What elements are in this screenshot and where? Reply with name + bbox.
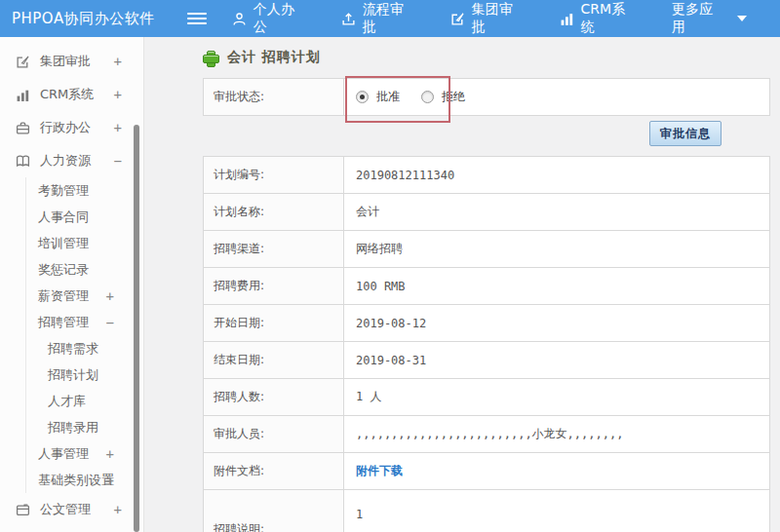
bar-chart-icon xyxy=(560,12,574,26)
document-icon xyxy=(16,503,31,517)
field-value: 1 2 xyxy=(344,490,770,532)
edit-square-icon xyxy=(16,55,31,69)
field-value: 2019-08-31 xyxy=(344,342,770,379)
sidebar-item-base-category[interactable]: 基础类别设置 + xyxy=(25,467,143,493)
nav-label: 个人办公 xyxy=(254,1,308,36)
table-row: 审批人员: ,,,,,,,,,,,,,,,,,,,,,,,,,小龙女,,,,,,… xyxy=(204,416,770,453)
field-label: 审批状态: xyxy=(204,79,344,116)
person-icon xyxy=(232,12,247,26)
hamburger-icon[interactable] xyxy=(187,13,207,24)
field-value: 会计 xyxy=(344,194,770,231)
reject-option[interactable]: 拒绝 xyxy=(421,89,465,105)
nav-workflow-approval[interactable]: 流程审批 xyxy=(341,1,417,36)
field-label: 结束日期: xyxy=(204,342,344,379)
workflow-icon xyxy=(341,12,356,26)
expand-toggle[interactable]: + xyxy=(106,446,114,462)
nav-crm-system[interactable]: CRM系统 xyxy=(560,1,640,36)
table-row: 招聘渠道: 网络招聘 xyxy=(204,231,770,268)
sidebar-item-hr[interactable]: 人力资源 − xyxy=(0,144,143,177)
expand-toggle[interactable]: + xyxy=(106,473,114,488)
field-label: 招聘费用: xyxy=(204,268,344,305)
nav-label: 集团审批 xyxy=(472,1,526,36)
sidebar-item-documents[interactable]: 公文管理 + xyxy=(0,493,143,526)
radio-unchecked-icon[interactable] xyxy=(421,91,434,103)
collapse-toggle[interactable]: − xyxy=(106,315,114,330)
caret-down-icon xyxy=(737,16,747,21)
field-label: 招聘人数: xyxy=(204,379,344,416)
book-icon xyxy=(16,154,31,169)
table-row: 招聘说明: 1 2 xyxy=(204,490,770,532)
bar-chart-icon xyxy=(16,88,31,102)
approval-info-button[interactable]: 审批信息 xyxy=(649,121,722,146)
approval-status-table: 审批状态: 批准 拒绝 xyxy=(203,78,770,116)
expand-toggle[interactable]: + xyxy=(114,120,122,135)
sidebar-item-recruit-mgmt[interactable]: 招聘管理 − xyxy=(25,309,143,335)
sidebar-item-salary[interactable]: 薪资管理 + xyxy=(25,283,143,309)
field-label: 审批人员: xyxy=(204,416,344,453)
field-value: 2019-08-12 xyxy=(344,305,770,342)
radio-checked-icon[interactable] xyxy=(356,91,369,103)
sidebar-item-crm[interactable]: CRM系统 + xyxy=(0,78,143,111)
green-plus-icon xyxy=(203,51,217,65)
expand-toggle[interactable]: + xyxy=(106,288,114,304)
page-title-text: 会计 招聘计划 xyxy=(227,49,321,66)
sidebar-item-recruit-plan[interactable]: 招聘计划 xyxy=(25,361,143,388)
nav-label: 流程审批 xyxy=(363,1,417,36)
table-row: 审批状态: 批准 拒绝 xyxy=(204,79,770,116)
sidebar-item-personnel[interactable]: 人事管理 + xyxy=(25,440,143,467)
field-label: 附件文档: xyxy=(204,453,344,490)
sidebar-item-hr-contract[interactable]: 人事合同 xyxy=(25,204,143,230)
sidebar-item-vehicle[interactable]: 用车管理 + xyxy=(0,526,143,532)
table-row: 计划编号: 20190812111340 xyxy=(204,157,770,194)
sidebar-item-recruit-hire[interactable]: 招聘录用 xyxy=(25,414,143,440)
field-label: 招聘说明: xyxy=(204,490,344,532)
sidebar-item-admin-office[interactable]: 行政办公 + xyxy=(0,111,143,144)
sidebar-item-training[interactable]: 培训管理 xyxy=(25,230,143,256)
field-value: 100 RMB xyxy=(344,268,770,305)
nav-label: 更多应用 xyxy=(672,1,726,36)
briefcase-icon xyxy=(16,121,31,135)
field-value: 网络招聘 xyxy=(344,231,770,268)
field-value: ,,,,,,,,,,,,,,,,,,,,,,,,,小龙女,,,,,,,, xyxy=(344,416,770,453)
table-row: 招聘费用: 100 RMB xyxy=(204,268,770,305)
main-content: 会计 招聘计划 审批状态: 批准 拒绝 xyxy=(144,37,780,532)
table-row: 附件文档: 附件下载 xyxy=(204,453,770,490)
approval-radio-group: 批准 拒绝 xyxy=(356,89,758,105)
sidebar-item-group-approval[interactable]: 集团审批 + xyxy=(0,45,143,78)
sidebar-item-talent-pool[interactable]: 人才库 xyxy=(25,388,143,414)
description-line: 1 xyxy=(356,500,758,529)
app-logo: PHPOA协同办公软件 xyxy=(0,10,187,28)
attachment-download-link[interactable]: 附件下载 xyxy=(356,464,403,477)
plan-detail-table: 计划编号: 20190812111340 计划名称: 会计 招聘渠道: 网络招聘… xyxy=(203,156,770,532)
nav-personal-office[interactable]: 个人办公 xyxy=(232,1,308,36)
field-label: 开始日期: xyxy=(204,305,344,342)
button-bar: 审批信息 xyxy=(203,116,770,151)
table-row: 开始日期: 2019-08-12 xyxy=(204,305,770,342)
sidebar-item-recruit-demand[interactable]: 招聘需求 xyxy=(25,335,143,361)
expand-toggle[interactable]: + xyxy=(114,54,122,69)
field-value: 1 人 xyxy=(344,379,770,416)
page-title: 会计 招聘计划 xyxy=(203,49,780,66)
table-row: 招聘人数: 1 人 xyxy=(204,379,770,416)
sidebar-scrollbar[interactable] xyxy=(134,125,139,532)
top-nav: 个人办公 流程审批 集团审批 CRM系统 更多应用 xyxy=(232,1,780,36)
expand-toggle[interactable]: + xyxy=(114,87,122,102)
nav-group-approval[interactable]: 集团审批 xyxy=(450,1,526,36)
sidebar-item-reward-punish[interactable]: 奖惩记录 xyxy=(25,256,143,283)
sidebar: 集团审批 + CRM系统 + 行政办公 + 人力资源 − 考勤管理 人事合同 培… xyxy=(0,37,144,532)
sidebar-item-attendance[interactable]: 考勤管理 xyxy=(25,177,143,204)
table-row: 计划名称: 会计 xyxy=(204,194,770,231)
approve-option[interactable]: 批准 xyxy=(356,89,400,105)
approval-section: 审批状态: 批准 拒绝 xyxy=(203,78,770,151)
edit-square-icon xyxy=(450,12,465,26)
field-value: 20190812111340 xyxy=(344,157,770,194)
expand-toggle[interactable]: + xyxy=(114,502,122,517)
topbar: PHPOA协同办公软件 个人办公 流程审批 集团审批 CRM系统 更多应用 xyxy=(0,0,780,37)
nav-label: CRM系统 xyxy=(581,1,640,36)
table-row: 结束日期: 2019-08-31 xyxy=(204,342,770,379)
field-label: 计划名称: xyxy=(204,194,344,231)
collapse-toggle[interactable]: − xyxy=(114,153,122,169)
nav-more-apps[interactable]: 更多应用 xyxy=(672,1,747,36)
field-label: 招聘渠道: xyxy=(204,231,344,268)
field-label: 计划编号: xyxy=(204,157,344,194)
